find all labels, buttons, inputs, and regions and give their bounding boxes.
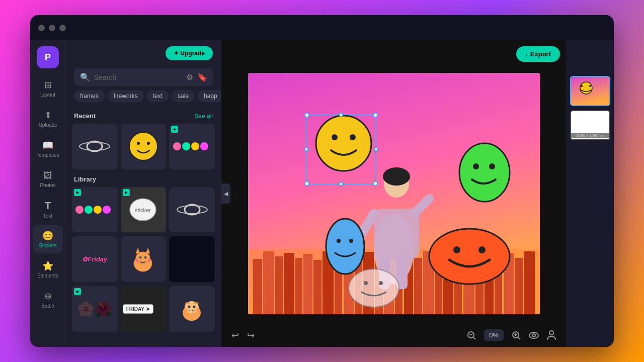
svg-point-92 bbox=[532, 334, 535, 337]
sticker-lib-5[interactable] bbox=[121, 236, 167, 282]
sidebar-item-text[interactable]: T Text bbox=[33, 195, 63, 223]
sidebar-item-layout[interactable]: ⊞ Layout bbox=[33, 74, 63, 103]
app-window: P ⊞ Layout ⬆ Uploads 📖 Templates 🖼 Photo… bbox=[30, 15, 614, 347]
bookmark-icon[interactable]: 🔖 bbox=[197, 72, 207, 82]
canvas-background bbox=[248, 73, 540, 314]
search-input[interactable] bbox=[94, 73, 182, 81]
batch-icon: ⊕ bbox=[44, 291, 52, 302]
svg-line-85 bbox=[473, 337, 475, 339]
svg-point-77 bbox=[478, 246, 486, 253]
svg-rect-35 bbox=[275, 256, 283, 314]
svg-rect-39 bbox=[313, 260, 321, 314]
sidebar-item-photos[interactable]: 🖼 Photos bbox=[33, 165, 63, 193]
sticker-recent-3[interactable]: ▶ bbox=[169, 124, 215, 169]
chip-sale[interactable]: sale bbox=[172, 90, 195, 102]
elements-label: Elements bbox=[37, 273, 58, 279]
chip-text[interactable]: text bbox=[147, 90, 169, 102]
search-icon: 🔍 bbox=[80, 72, 90, 82]
stickers-panel: ✦ Upgrade 🔍 ⚙ 🔖 frames fireworks text sa… bbox=[65, 40, 221, 347]
photos-icon: 🖼 bbox=[43, 170, 52, 181]
svg-point-74 bbox=[489, 163, 495, 169]
sidebar-item-stickers[interactable]: 😊 Stickers bbox=[33, 225, 63, 253]
svg-point-11 bbox=[94, 206, 102, 214]
svg-point-18 bbox=[136, 252, 150, 264]
sticker-recent-1[interactable] bbox=[72, 124, 118, 169]
svg-point-8 bbox=[200, 142, 208, 150]
zoom-out-button[interactable] bbox=[467, 331, 476, 340]
sticker-lib-7[interactable]: ▶ 🌸🌺 bbox=[72, 286, 118, 332]
panel-content: Recent See all bbox=[66, 106, 221, 347]
svg-point-96 bbox=[581, 85, 583, 87]
svg-point-70 bbox=[332, 134, 338, 140]
svg-marker-20 bbox=[146, 248, 150, 253]
svg-point-93 bbox=[549, 331, 553, 335]
undo-button[interactable]: ↩ bbox=[231, 330, 239, 341]
recent-section-header: Recent See all bbox=[74, 112, 213, 120]
logo-icon: P bbox=[45, 52, 51, 63]
redo-button[interactable]: ↪ bbox=[247, 330, 255, 341]
svg-point-72 bbox=[459, 143, 510, 202]
svg-rect-36 bbox=[284, 253, 294, 314]
sticker-lib-6[interactable] bbox=[169, 236, 215, 282]
svg-point-79 bbox=[337, 239, 341, 243]
svg-point-4 bbox=[147, 142, 150, 145]
sidebar-item-templates[interactable]: 📖 Templates bbox=[33, 135, 63, 163]
traffic-light-minimize[interactable] bbox=[49, 25, 55, 31]
filter-icon[interactable]: ⚙ bbox=[186, 72, 193, 82]
templates-icon: 📖 bbox=[42, 140, 53, 151]
thumbnail-2[interactable]: 1080 x 1080 px bbox=[570, 110, 610, 140]
templates-label: Templates bbox=[36, 152, 59, 158]
svg-point-63 bbox=[383, 167, 410, 186]
library-section-header: Library bbox=[74, 175, 213, 183]
design-canvas[interactable] bbox=[248, 73, 540, 314]
chip-happy[interactable]: happ bbox=[198, 90, 221, 102]
svg-point-27 bbox=[188, 306, 191, 308]
friday-sticker: ✿Friday bbox=[82, 255, 107, 263]
sticker-lib-4[interactable]: ✿Friday bbox=[72, 236, 118, 282]
sticker-recent-2[interactable] bbox=[121, 124, 167, 169]
chip-fireworks[interactable]: fireworks bbox=[108, 90, 144, 102]
layout-icon: ⊞ bbox=[44, 79, 52, 90]
svg-rect-38 bbox=[303, 254, 312, 314]
sidebar-item-batch[interactable]: ⊕ Batch bbox=[33, 286, 63, 314]
traffic-light-maximize[interactable] bbox=[59, 25, 66, 31]
svg-point-91 bbox=[529, 332, 538, 338]
sidebar-item-elements[interactable]: ⭐ Elements bbox=[33, 255, 63, 284]
library-sticker-grid-3: ▶ 🌸🌺 FRIDAY ➤ bbox=[72, 286, 215, 332]
see-all-recent[interactable]: See all bbox=[194, 113, 213, 120]
svg-point-9 bbox=[75, 206, 84, 214]
svg-point-76 bbox=[453, 246, 460, 253]
export-button[interactable]: ↓ Export bbox=[516, 46, 560, 62]
svg-rect-34 bbox=[263, 251, 274, 314]
zoom-display: 0% bbox=[484, 329, 504, 341]
person-button[interactable] bbox=[547, 330, 556, 340]
sticker-lib-9[interactable] bbox=[169, 286, 215, 332]
logo-button[interactable]: P bbox=[37, 46, 59, 68]
sticker-lib-3[interactable] bbox=[169, 187, 215, 233]
library-sticker-grid-2: ✿Friday bbox=[72, 236, 215, 282]
sticker-lib-1[interactable]: ▶ bbox=[72, 187, 118, 233]
sticker-lib-8[interactable]: FRIDAY ➤ bbox=[121, 286, 167, 332]
svg-point-23 bbox=[135, 259, 138, 262]
sidebar-item-uploads[interactable]: ⬆ Uploads bbox=[33, 105, 63, 133]
svg-point-82 bbox=[364, 281, 368, 285]
thumbnail-1[interactable] bbox=[570, 76, 610, 106]
svg-rect-37 bbox=[295, 258, 302, 314]
zoom-in-button[interactable] bbox=[512, 331, 521, 340]
svg-marker-19 bbox=[136, 248, 140, 253]
traffic-light-close[interactable] bbox=[38, 25, 45, 31]
filter-chips: frames fireworks text sale happ bbox=[66, 90, 221, 106]
svg-point-95 bbox=[580, 82, 592, 94]
svg-point-16 bbox=[177, 206, 207, 214]
svg-point-73 bbox=[473, 163, 479, 169]
chip-frames[interactable]: frames bbox=[74, 90, 105, 102]
svg-point-97 bbox=[589, 85, 591, 87]
collapse-panel-button[interactable]: ◀ bbox=[221, 184, 230, 204]
search-bar[interactable]: 🔍 ⚙ 🔖 bbox=[74, 68, 213, 86]
svg-point-30 bbox=[196, 308, 199, 311]
recent-title: Recent bbox=[74, 112, 96, 120]
app-body: P ⊞ Layout ⬆ Uploads 📖 Templates 🖼 Photo… bbox=[30, 40, 614, 347]
upgrade-button[interactable]: ✦ Upgrade bbox=[166, 46, 213, 60]
eye-button[interactable] bbox=[529, 332, 539, 339]
sticker-lib-2[interactable]: ▶ sticker bbox=[121, 187, 167, 233]
